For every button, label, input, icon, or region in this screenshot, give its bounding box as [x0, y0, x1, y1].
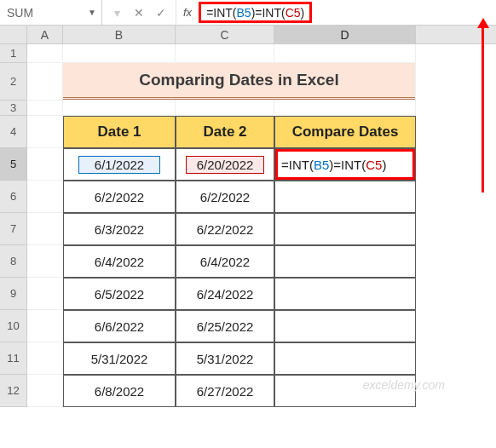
cell-a5[interactable]	[27, 148, 63, 181]
cell-d5-formula-highlight: =INT(B5)=INT(C5)	[275, 149, 415, 180]
cell-b5-value: 6/1/2022	[78, 156, 160, 174]
cancel-icon[interactable]: ✕	[128, 6, 150, 20]
cell-c8[interactable]: 6/4/2022	[176, 245, 274, 278]
col-header-c[interactable]: C	[176, 26, 274, 43]
row-header-5[interactable]: 5	[0, 148, 27, 181]
row-6: 6 6/2/2022 6/2/2022	[0, 181, 496, 213]
formula-input[interactable]: =INT(B5)=INT(C5)	[206, 6, 304, 20]
cell-a3[interactable]	[27, 101, 63, 116]
cell-c9[interactable]: 6/24/2022	[176, 278, 274, 310]
cell-d9[interactable]	[274, 278, 416, 310]
cell-b6[interactable]: 6/2/2022	[63, 181, 176, 213]
cell-c3[interactable]	[176, 101, 274, 116]
cell-b8[interactable]: 6/4/2022	[63, 245, 176, 278]
cell-a10[interactable]	[27, 310, 63, 342]
cell-d5[interactable]: =INT(B5)=INT(C5)	[274, 148, 416, 181]
cell-d7[interactable]	[274, 213, 416, 245]
watermark: exceldemy.com	[363, 378, 445, 392]
name-box-container: ▼	[0, 0, 102, 25]
row-header-8[interactable]: 8	[0, 245, 27, 278]
formula-bar-icons: ▾ ✕ ✓	[102, 0, 176, 25]
row-7: 7 6/3/2022 6/22/2022	[0, 213, 496, 245]
cell-d6[interactable]	[274, 181, 416, 213]
name-box[interactable]	[7, 6, 66, 20]
row-header-12[interactable]: 12	[0, 375, 27, 407]
row-9: 9 6/5/2022 6/24/2022	[0, 278, 496, 310]
title-merged-cell[interactable]: Comparing Dates in Excel	[63, 63, 416, 101]
col-header-b[interactable]: B	[63, 26, 176, 43]
cell-b7[interactable]: 6/3/2022	[63, 213, 176, 245]
row-header-6[interactable]: 6	[0, 181, 27, 213]
cell-c6[interactable]: 6/2/2022	[176, 181, 274, 213]
header-compare[interactable]: Compare Dates	[274, 116, 416, 148]
row-header-1[interactable]: 1	[0, 44, 27, 63]
cell-b5[interactable]: 6/1/2022	[63, 148, 176, 181]
cell-d10[interactable]	[274, 310, 416, 342]
row-8: 8 6/4/2022 6/4/2022	[0, 245, 496, 278]
cell-a11[interactable]	[27, 342, 63, 375]
cell-d5-ref-b5: B5	[314, 158, 329, 172]
header-date1[interactable]: Date 1	[63, 116, 176, 148]
annotation-arrow-head-icon	[477, 18, 489, 28]
expand-icon[interactable]: ▾	[106, 6, 128, 20]
cell-b12[interactable]: 6/8/2022	[63, 375, 176, 407]
row-4: 4 Date 1 Date 2 Compare Dates	[0, 116, 496, 148]
cell-d5-text: )	[382, 158, 386, 172]
row-header-4[interactable]: 4	[0, 116, 27, 148]
cell-c7[interactable]: 6/22/2022	[176, 213, 274, 245]
row-10: 10 6/6/2022 6/25/2022	[0, 310, 496, 342]
cell-a6[interactable]	[27, 181, 63, 213]
fx-icon[interactable]: fx	[183, 6, 192, 19]
row-5: 5 6/1/2022 6/20/2022 =INT(B5)=INT(C5)	[0, 148, 496, 181]
cell-d5-ref-c5: C5	[366, 158, 382, 172]
row-header-2[interactable]: 2	[0, 63, 27, 101]
select-all-corner[interactable]	[0, 26, 27, 43]
cell-a1[interactable]	[27, 44, 63, 63]
row-header-11[interactable]: 11	[0, 342, 27, 375]
cell-c12[interactable]: 6/27/2022	[176, 375, 274, 407]
col-header-a[interactable]: A	[27, 26, 63, 43]
cell-d1[interactable]	[274, 44, 416, 63]
cell-a12[interactable]	[27, 375, 63, 407]
cell-b1[interactable]	[63, 44, 176, 63]
cell-d3[interactable]	[274, 101, 416, 116]
cell-c5-value: 6/20/2022	[186, 156, 264, 174]
cell-c5[interactable]: 6/20/2022	[176, 148, 274, 181]
cell-b3[interactable]	[63, 101, 176, 116]
column-headers: A B C D	[0, 26, 496, 44]
name-box-dropdown-icon[interactable]: ▼	[88, 8, 96, 17]
cell-d8[interactable]	[274, 245, 416, 278]
col-header-d[interactable]: D	[274, 26, 416, 43]
row-header-7[interactable]: 7	[0, 213, 27, 245]
cell-d5-text: )=INT(	[329, 158, 366, 172]
formula-text: )=INT(	[251, 6, 285, 20]
header-date2[interactable]: Date 2	[176, 116, 274, 148]
row-header-9[interactable]: 9	[0, 278, 27, 310]
spreadsheet: A B C D 1 2 Comparing Dates in Excel 3 4…	[0, 26, 496, 407]
cell-d11[interactable]	[274, 342, 416, 375]
row-header-10[interactable]: 10	[0, 310, 27, 342]
cell-c11[interactable]: 5/31/2022	[176, 342, 274, 375]
row-3: 3	[0, 101, 496, 116]
row-header-3[interactable]: 3	[0, 101, 27, 116]
formula-input-highlight: =INT(B5)=INT(C5)	[199, 2, 312, 23]
formula-text: )	[301, 6, 305, 20]
formula-ref-b5: B5	[237, 6, 251, 20]
cell-a4[interactable]	[27, 116, 63, 148]
row-1: 1	[0, 44, 496, 63]
cell-b10[interactable]: 6/6/2022	[63, 310, 176, 342]
cell-c10[interactable]: 6/25/2022	[176, 310, 274, 342]
formula-bar: ▼ ▾ ✕ ✓ fx =INT(B5)=INT(C5)	[0, 0, 496, 26]
cell-a8[interactable]	[27, 245, 63, 278]
cell-a7[interactable]	[27, 213, 63, 245]
enter-icon[interactable]: ✓	[150, 6, 172, 20]
title-text: Comparing Dates in Excel	[63, 63, 415, 100]
cell-a9[interactable]	[27, 278, 63, 310]
row-11: 11 5/31/2022 5/31/2022	[0, 342, 496, 375]
cell-c1[interactable]	[176, 44, 274, 63]
cell-b11[interactable]: 5/31/2022	[63, 342, 176, 375]
formula-ref-c5: C5	[285, 6, 301, 20]
row-2: 2 Comparing Dates in Excel	[0, 63, 496, 101]
cell-b9[interactable]: 6/5/2022	[63, 278, 176, 310]
cell-a2[interactable]	[27, 63, 63, 101]
